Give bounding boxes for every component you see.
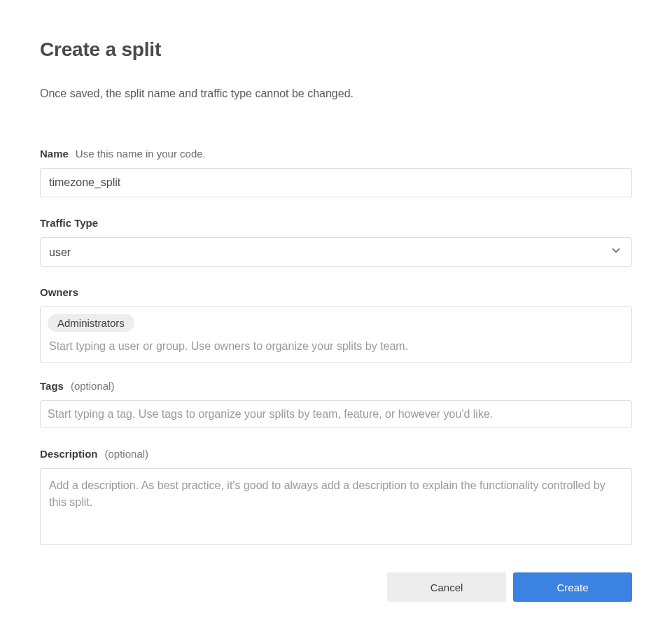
page-subtitle: Once saved, the split name and traffic t… — [40, 87, 632, 100]
description-optional: (optional) — [105, 448, 149, 460]
create-button[interactable]: Create — [513, 572, 632, 602]
tags-label-row: Tags (optional) — [40, 380, 632, 392]
name-input[interactable] — [40, 168, 632, 197]
description-field-group: Description (optional) — [40, 448, 632, 548]
traffic-type-select[interactable]: user — [40, 237, 632, 267]
name-label: Name — [40, 148, 69, 160]
description-textarea[interactable] — [40, 468, 632, 545]
page-title: Create a split — [40, 38, 632, 61]
name-field-group: Name Use this name in your code. — [40, 148, 632, 197]
name-hint: Use this name in your code. — [76, 148, 206, 160]
traffic-type-select-wrap: user — [40, 237, 632, 267]
traffic-type-label-row: Traffic Type — [40, 217, 632, 229]
owners-input-box[interactable]: Administrators Start typing a user or gr… — [40, 307, 632, 363]
traffic-type-field-group: Traffic Type user — [40, 217, 632, 267]
owners-placeholder: Start typing a user or group. Use owners… — [48, 340, 624, 354]
create-split-form: Create a split Once saved, the split nam… — [0, 0, 672, 548]
owners-label: Owners — [40, 286, 78, 298]
owner-chip-administrators[interactable]: Administrators — [48, 314, 134, 332]
description-label: Description — [40, 448, 98, 460]
cancel-button[interactable]: Cancel — [387, 572, 506, 602]
description-label-row: Description (optional) — [40, 448, 632, 460]
owners-label-row: Owners — [40, 286, 632, 298]
button-row: Cancel Create — [0, 572, 672, 602]
traffic-type-label: Traffic Type — [40, 217, 98, 229]
tags-input[interactable] — [40, 400, 632, 428]
name-label-row: Name Use this name in your code. — [40, 148, 632, 160]
tags-optional: (optional) — [71, 380, 115, 392]
tags-label: Tags — [40, 380, 64, 392]
tags-field-group: Tags (optional) — [40, 380, 632, 428]
owners-field-group: Owners Administrators Start typing a use… — [40, 286, 632, 363]
